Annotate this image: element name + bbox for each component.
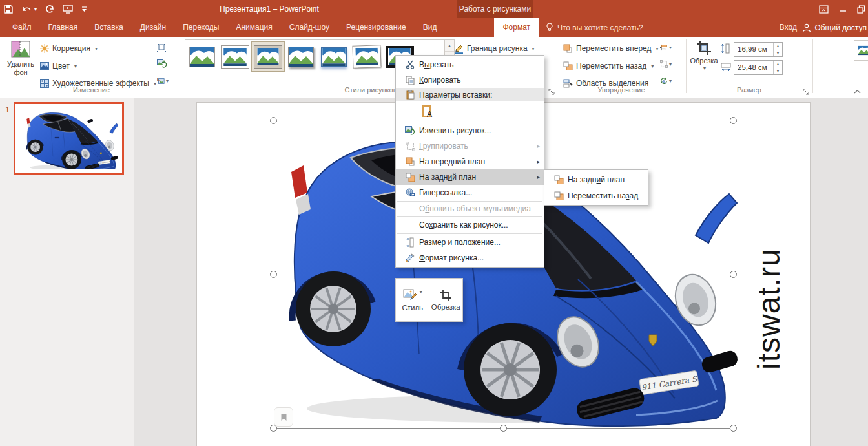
mini-style-button[interactable]: ▾ Стиль [396,279,429,321]
paste-options-row: A [396,101,544,121]
picture-style-6[interactable] [351,42,382,71]
picture-style-5[interactable] [318,42,349,71]
dropdown-caret-icon: ▾ [166,78,169,84]
remove-background-button[interactable]: Удалитьфон [4,39,37,77]
compress-picture-button[interactable] [157,42,169,52]
tab-design[interactable]: Дизайн [132,18,174,37]
tell-me-box[interactable]: Что вы хотите сделать? [546,18,643,37]
tab-file[interactable]: Файл [4,18,40,37]
menu-item-cut[interactable]: Вырезать [396,57,544,72]
slide-thumbnail[interactable] [14,102,124,175]
tab-transitions[interactable]: Переходы [174,18,227,37]
handle-bottom-center[interactable] [500,425,507,432]
menu-item-send-to-back[interactable]: На задний план ▸ [396,169,544,185]
tab-format[interactable]: Формат [494,18,539,37]
bookmark-button[interactable] [274,407,293,427]
undo-button[interactable]: ▾ [21,5,37,14]
menu-item-label: Сохранить как рисунок... [419,220,540,229]
align-objects-button[interactable]: ▾ [660,42,672,52]
menu-item-size-position[interactable]: Размер и положение... [396,235,544,250]
crop-icon [696,40,712,56]
handle-middle-right[interactable] [730,271,737,278]
width-decrease-icon[interactable]: ▼ [774,68,782,75]
ribbon-display-options-button[interactable] [819,5,829,14]
svg-text:A: A [427,110,432,118]
bring-to-front-icon [401,157,419,166]
save-button[interactable] [4,5,13,14]
bring-forward-icon [563,44,573,53]
mini-crop-button[interactable]: Обрезка [429,279,463,321]
handle-top-left[interactable] [270,117,277,124]
height-decrease-icon[interactable]: ▼ [774,50,782,57]
shape-height-field[interactable]: 16,99 см ▲▼ [734,42,783,57]
start-slideshow-button[interactable] [63,5,73,14]
picture-style-3-selected[interactable] [252,42,284,71]
menu-item-copy[interactable]: Копировать [396,72,544,88]
tab-home[interactable]: Главная [40,18,87,37]
redo-button[interactable] [45,5,54,14]
height-increase-icon[interactable]: ▲ [774,43,782,50]
tab-animations[interactable]: Анимация [227,18,280,37]
change-picture-icon [401,126,419,135]
shape-height-value[interactable]: 16,99 см [734,43,773,56]
tab-insert[interactable]: Вставка [86,18,132,37]
change-picture-small-button[interactable] [157,59,169,69]
menu-item-label: Обновить объект мультимедиа [419,204,540,213]
share-button[interactable]: Общий доступ [802,18,867,37]
menu-item-label: Изменить рисунок... [419,126,540,135]
group-label-adjust: Изменение [0,86,183,94]
rotate-objects-button[interactable]: ▾ [660,76,672,86]
tab-view[interactable]: Вид [415,18,446,37]
sign-in-link[interactable]: Вход [780,18,797,37]
submenu-item-send-backward[interactable]: Переместить назад [544,187,648,204]
paste-keep-source-formatting-button[interactable]: A [419,102,437,120]
bring-forward-button[interactable]: Переместить вперед▾ [563,41,659,56]
group-label-arrange: Упорядочение [557,86,686,94]
watermark-text: itswat.ru [751,248,787,370]
crop-button[interactable]: Обрезка ▾ [688,40,719,71]
paste-icon [401,90,419,100]
menu-item-hyperlink[interactable]: Гиперссылка... [396,185,544,200]
menu-item-bring-to-front[interactable]: На передний план ▸ [396,154,544,169]
submenu-item-send-to-back[interactable]: На задний план [544,171,648,187]
picture-style-2[interactable] [219,42,251,71]
customize-quick-access-button[interactable] [81,6,87,12]
handle-top-right[interactable] [730,117,737,124]
corrections-button[interactable]: Коррекция▾ [40,41,98,56]
shape-width-value[interactable]: 25,48 см [734,61,773,74]
tab-review[interactable]: Рецензирование [338,18,415,37]
handle-middle-left[interactable] [270,271,277,278]
menu-separator [397,233,542,234]
handle-bottom-right[interactable] [730,425,737,432]
reset-picture-button[interactable]: ▾ [157,76,169,86]
menu-item-label: На задний план [419,173,533,182]
menu-item-label: Группировать [419,142,533,151]
width-increase-icon[interactable]: ▲ [774,61,782,68]
tab-slideshow[interactable]: Слайд-шоу [281,18,338,37]
picture-style-1[interactable] [186,42,218,71]
lightbulb-icon [546,23,553,32]
picture-border-button[interactable]: Граница рисунка▾ [454,41,535,56]
send-to-back-icon [401,173,419,182]
menu-item-paste-options: Параметры вставки: [396,88,544,101]
group-objects-button[interactable]: ▾ [660,59,672,69]
hyperlink-icon [401,188,419,197]
style-icon [403,289,417,302]
menu-separator [397,216,542,217]
partial-ribbon-button[interactable] [854,40,868,61]
menu-item-label: На задний план [568,175,644,184]
crop-icon [440,290,451,301]
send-backward-button[interactable]: Переместить назад▾ [563,58,654,74]
restore-button[interactable] [857,5,865,14]
picture-style-4[interactable] [285,42,316,71]
menu-separator [397,201,542,202]
gallery-scroll-up-icon[interactable]: ▲ [445,40,454,52]
menu-item-format-picture[interactable]: Формат рисунка... [396,250,544,266]
menu-item-change-picture[interactable]: Изменить рисунок... [396,123,544,138]
color-button[interactable]: Цвет▾ [40,58,77,74]
shape-width-field[interactable]: 25,48 см ▲▼ [734,60,783,75]
menu-item-save-as-picture[interactable]: Сохранить как рисунок... [396,217,544,233]
minimize-button[interactable] [839,5,847,13]
collapse-ribbon-icon[interactable] [854,87,865,97]
pen-icon [454,44,464,54]
